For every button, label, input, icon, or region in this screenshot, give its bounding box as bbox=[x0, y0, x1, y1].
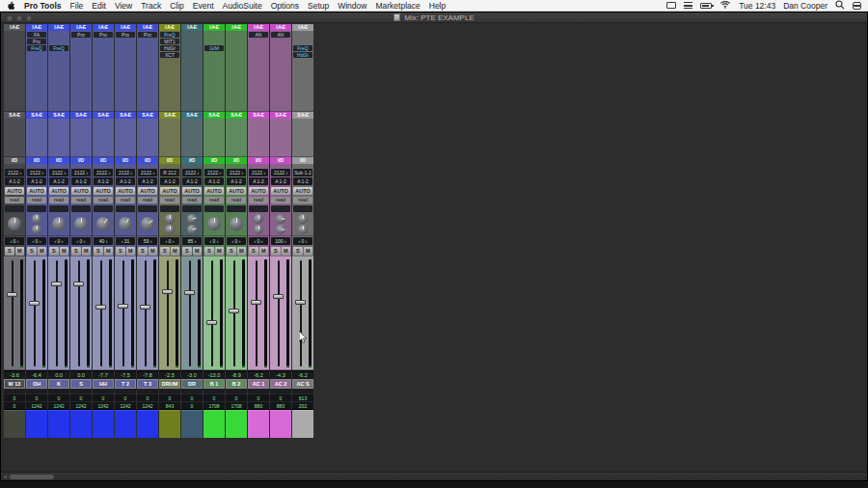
input-path-selector[interactable]: R 212 bbox=[160, 169, 179, 176]
inserts-header[interactable]: I A-E bbox=[4, 24, 25, 31]
scroll-left-icon[interactable]: « bbox=[4, 474, 7, 479]
fader-cap[interactable] bbox=[295, 300, 306, 305]
track-name[interactable]: B 1 bbox=[203, 379, 225, 389]
menu-item-track[interactable]: Track bbox=[141, 1, 161, 11]
group-assign[interactable] bbox=[293, 205, 312, 212]
insert-slot[interactable]: FA bbox=[27, 32, 46, 38]
auto-read-button[interactable]: read bbox=[249, 197, 268, 203]
io-header[interactable]: I/O bbox=[159, 157, 180, 164]
track-name[interactable]: OH bbox=[26, 379, 47, 389]
pan-knob[interactable] bbox=[187, 214, 197, 224]
fader-cap[interactable] bbox=[273, 294, 284, 299]
inserts-header[interactable]: I A-E bbox=[93, 24, 114, 31]
mute-button[interactable]: M bbox=[149, 247, 158, 256]
sends-header[interactable]: S A-E bbox=[48, 112, 69, 119]
user-menu[interactable]: Dan Cooper bbox=[783, 1, 827, 11]
solo-button[interactable]: S bbox=[116, 247, 125, 256]
insert-slot[interactable]: XCT bbox=[160, 52, 179, 58]
solo-button[interactable]: S bbox=[138, 247, 148, 256]
display-icon[interactable] bbox=[666, 2, 676, 9]
sends-header[interactable]: S A-E bbox=[159, 112, 180, 119]
auto-mode-button[interactable]: AUTO bbox=[116, 187, 135, 195]
menu-item-window[interactable]: Window bbox=[338, 1, 366, 11]
auto-mode-button[interactable]: AUTO bbox=[27, 187, 46, 195]
track-name[interactable]: T 3 bbox=[137, 379, 158, 389]
sends-header[interactable]: S A-E bbox=[137, 112, 158, 119]
output-path-selector[interactable]: A 1-2 bbox=[116, 177, 135, 185]
pan-knob[interactable] bbox=[230, 217, 243, 230]
fader-cap[interactable] bbox=[184, 290, 195, 295]
sends-header[interactable]: S A-E bbox=[181, 112, 203, 119]
track-name[interactable]: W 13 bbox=[4, 379, 25, 389]
pan-knob[interactable] bbox=[141, 217, 154, 230]
mute-button[interactable]: M bbox=[15, 247, 25, 256]
fader-cap[interactable] bbox=[251, 300, 261, 305]
io-header[interactable]: I/O bbox=[137, 157, 158, 164]
menu-item-help[interactable]: Help bbox=[429, 1, 446, 11]
auto-read-button[interactable]: read bbox=[293, 197, 312, 203]
auto-mode-button[interactable]: AUTO bbox=[5, 187, 24, 195]
output-path-selector[interactable]: A 1-2 bbox=[271, 177, 290, 185]
mute-button[interactable]: M bbox=[60, 247, 69, 256]
battery-icon[interactable] bbox=[700, 3, 712, 9]
auto-mode-button[interactable]: AUTO bbox=[293, 187, 312, 195]
pan-knob[interactable] bbox=[276, 214, 285, 224]
output-path-selector[interactable]: A 1-2 bbox=[71, 177, 91, 185]
fader-cap[interactable] bbox=[95, 305, 106, 310]
auto-read-button[interactable]: read bbox=[138, 197, 157, 203]
inserts-header[interactable]: I A-E bbox=[70, 24, 92, 31]
sends-header[interactable]: S A-E bbox=[70, 112, 92, 119]
menu-item-options[interactable]: Options bbox=[271, 1, 299, 11]
io-header[interactable]: I/O bbox=[270, 157, 291, 164]
control-center-icon[interactable] bbox=[853, 2, 861, 10]
group-assign[interactable] bbox=[5, 205, 24, 212]
input-path-selector[interactable]: 2122 › bbox=[249, 169, 268, 176]
auto-read-button[interactable]: read bbox=[271, 197, 290, 203]
io-header[interactable]: I/O bbox=[93, 157, 114, 164]
mute-button[interactable]: M bbox=[193, 247, 203, 256]
io-header[interactable]: I/O bbox=[181, 157, 203, 164]
auto-mode-button[interactable]: AUTO bbox=[249, 187, 268, 195]
mute-button[interactable]: M bbox=[304, 247, 313, 256]
scrollbar-thumb[interactable] bbox=[10, 474, 54, 479]
clock[interactable]: Tue 12:43 bbox=[739, 1, 775, 11]
insert-slot[interactable]: Pro bbox=[27, 39, 46, 44]
mute-button[interactable]: M bbox=[38, 247, 47, 256]
group-assign[interactable] bbox=[249, 205, 268, 212]
pan-knob[interactable] bbox=[8, 217, 21, 230]
solo-button[interactable]: S bbox=[71, 247, 81, 256]
solo-button[interactable]: S bbox=[49, 247, 59, 256]
output-path-selector[interactable]: A 1-2 bbox=[94, 177, 113, 185]
auto-mode-button[interactable]: AUTO bbox=[160, 187, 179, 195]
insert-slot[interactable]: HdGr bbox=[160, 45, 179, 51]
group-assign[interactable] bbox=[160, 205, 179, 212]
auto-read-button[interactable]: read bbox=[182, 197, 202, 203]
auto-mode-button[interactable]: AUTO bbox=[227, 187, 246, 195]
solo-button[interactable]: S bbox=[27, 247, 37, 256]
track-name[interactable]: T 2 bbox=[115, 379, 136, 389]
auto-mode-button[interactable]: AUTO bbox=[138, 187, 157, 195]
solo-button[interactable]: S bbox=[182, 247, 192, 256]
solo-button[interactable]: S bbox=[293, 247, 303, 256]
track-name[interactable]: S bbox=[70, 379, 92, 389]
sends-header[interactable]: S A-E bbox=[248, 112, 269, 119]
group-assign[interactable] bbox=[27, 205, 46, 212]
mute-button[interactable]: M bbox=[237, 247, 247, 256]
output-path-selector[interactable]: A 1-2 bbox=[5, 177, 24, 185]
pan-knob[interactable] bbox=[298, 225, 308, 234]
close-window-button[interactable] bbox=[7, 15, 13, 21]
auto-read-button[interactable]: read bbox=[27, 197, 46, 203]
output-path-selector[interactable]: A 1-2 bbox=[204, 177, 224, 185]
input-path-selector[interactable]: 2122 › bbox=[204, 169, 224, 176]
output-path-selector[interactable]: A 1-2 bbox=[227, 177, 246, 185]
insert-slot[interactable]: AN bbox=[249, 32, 268, 38]
auto-read-button[interactable]: read bbox=[160, 197, 179, 203]
mute-button[interactable]: M bbox=[215, 247, 225, 256]
group-assign[interactable] bbox=[227, 205, 246, 212]
insert-slot[interactable]: FreQ bbox=[27, 45, 46, 51]
insert-slot[interactable]: Pro bbox=[94, 32, 113, 38]
group-assign[interactable] bbox=[71, 205, 91, 212]
inserts-header[interactable]: I A-E bbox=[26, 24, 47, 31]
output-path-selector[interactable]: A 1-2 bbox=[249, 177, 268, 185]
insert-slot[interactable]: GrM bbox=[204, 45, 224, 51]
